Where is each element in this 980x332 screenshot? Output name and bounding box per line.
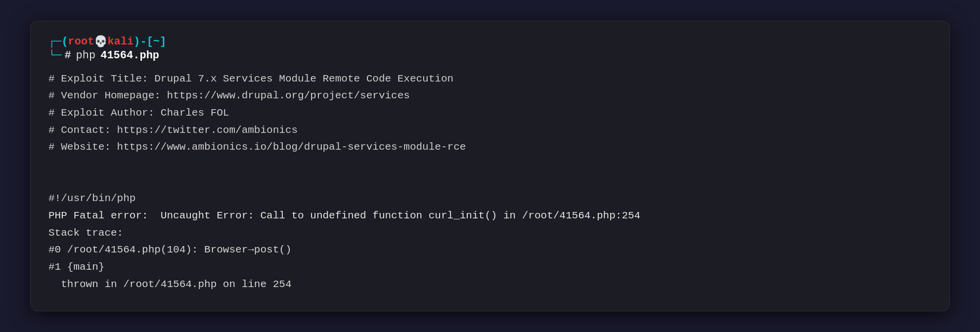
terminal-window: ┌─ ( root 💀 kali ) -[ ~ ] └─ # php 41564… <box>30 21 950 311</box>
shebang-line: #!/usr/bin/php <box>48 190 932 208</box>
thrown-line: thrown in /root/41564.php on line 254 <box>48 276 932 293</box>
prompt-host: kali <box>107 36 134 48</box>
output-section: # Exploit Title: Drupal 7.x Services Mod… <box>48 71 932 293</box>
comment-line-3: # Exploit Author: Charles FOL <box>48 105 932 122</box>
cmd-php: php <box>76 49 96 62</box>
command-line: └─ # php 41564.php <box>48 49 932 62</box>
comment-line-4: # Contact: https://twitter.com/ambionics <box>48 122 932 139</box>
prompt-top-line: ┌─ ( root 💀 kali ) -[ ~ ] <box>48 35 932 48</box>
prompt-user: root <box>68 36 94 48</box>
stack-trace-label: Stack trace: <box>48 225 932 242</box>
stack-frame-0: #0 /root/41564.php(104): Browser→post() <box>48 242 932 259</box>
paren-open: ( <box>61 36 68 48</box>
prompt-dir: ~ <box>153 36 160 48</box>
prompt-corner: └─ <box>48 49 61 62</box>
error-line: PHP Fatal error: Uncaught Error: Call to… <box>48 208 932 225</box>
blank-line-1 <box>48 156 932 173</box>
blank-line-2 <box>48 173 932 191</box>
prompt-hash: # <box>64 49 71 62</box>
comment-line-1: # Exploit Title: Drupal 7.x Services Mod… <box>48 71 932 88</box>
cmd-file: 41564.php <box>100 49 159 62</box>
prompt-dir-close: ] <box>160 36 166 48</box>
paren-close: ) <box>134 36 140 48</box>
prompt-dir-open: -[ <box>140 36 153 48</box>
comment-line-2: # Vendor Homepage: https://www.drupal.or… <box>48 87 932 105</box>
bracket-left: ┌─ <box>48 36 61 48</box>
prompt-skull: 💀 <box>94 35 107 48</box>
comment-line-5: # Website: https://www.ambionics.io/blog… <box>48 139 932 156</box>
stack-frame-1: #1 {main} <box>48 259 932 276</box>
